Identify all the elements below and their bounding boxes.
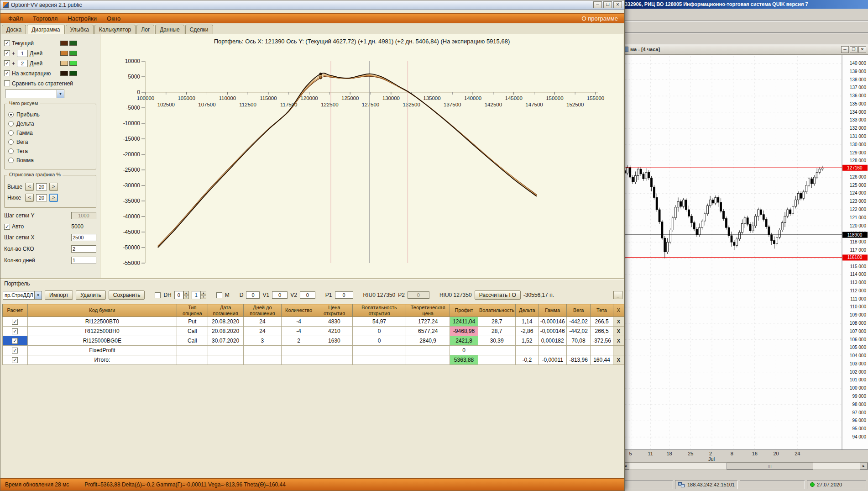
column-header[interactable]: Волатильность [478, 304, 516, 317]
below-value-field[interactable]: 20 [36, 194, 47, 201]
column-header[interactable]: Тип опциона [177, 304, 208, 317]
column-header[interactable]: X [613, 304, 624, 317]
calc-margin-button[interactable]: Рассчитать ГО [475, 290, 521, 300]
delete-button[interactable]: Удалить [76, 290, 106, 300]
restore-icon[interactable]: ❐ [850, 46, 858, 53]
save-button[interactable]: Сохранить [109, 290, 145, 300]
radio-button[interactable] [8, 121, 14, 127]
radio-button[interactable] [8, 139, 14, 145]
p1-field[interactable]: 0 [335, 291, 353, 299]
portfolio-combo[interactable]: пр.СтреДДЛ ▼ [3, 291, 42, 300]
series-checkbox[interactable]: ✓ [4, 70, 10, 76]
v1-field[interactable]: 0 [272, 291, 288, 299]
row-check-cell[interactable]: ✓ [3, 336, 28, 346]
tab-Улыбка[interactable]: Улыбка [66, 25, 94, 34]
column-header[interactable]: Дата погашения [208, 304, 243, 317]
row-checkbox[interactable]: ✓ [12, 338, 18, 344]
collapse-button[interactable]: _ [613, 291, 622, 299]
m-checkbox[interactable] [216, 292, 222, 298]
column-header[interactable]: Волатильность открытия [352, 304, 406, 317]
strategy-combo[interactable]: ▼ [5, 90, 64, 98]
series-toggle-3: ✓На экспирацию [4, 69, 97, 77]
tab-Лог[interactable]: Лог [136, 25, 154, 34]
grid-y-field[interactable]: 1000 [71, 212, 96, 219]
row-checkbox[interactable]: ✓ [12, 357, 18, 363]
p2-field[interactable]: 0 [408, 291, 429, 299]
row-checkbox[interactable]: ✓ [12, 328, 18, 334]
remove-row-button[interactable]: X [613, 317, 624, 327]
maximize-icon[interactable]: ☐ [603, 1, 612, 8]
m-label: M [225, 292, 230, 298]
v2-field[interactable]: 0 [300, 291, 315, 299]
row-check-cell[interactable]: ✓ [3, 327, 28, 336]
sko-field[interactable]: 2 [71, 245, 96, 253]
chevron-down-icon[interactable]: ▼ [34, 291, 42, 299]
menu-settings[interactable]: Настройки [63, 15, 102, 22]
above-decrease-button[interactable]: < [25, 183, 34, 191]
auto-checkbox[interactable]: ✓ [4, 224, 10, 230]
tab-Сделки[interactable]: Сделки [185, 25, 213, 34]
tab-Данные[interactable]: Данные [155, 25, 184, 34]
below-increase-button[interactable]: > [49, 194, 58, 202]
titlebar[interactable]: OptionFVV версия 2.1 public ─ ☐ ✕ [0, 0, 624, 10]
menu-about[interactable]: О программе [581, 15, 622, 22]
column-header[interactable]: Цена открытия [316, 304, 353, 317]
close-icon[interactable]: ✕ [858, 46, 866, 53]
series-checkbox[interactable]: ✓ [4, 60, 10, 66]
series-checkbox[interactable]: ✓ [4, 50, 10, 56]
menu-window[interactable]: Окно [102, 15, 125, 22]
cell: FixedProfit [27, 346, 177, 355]
menu-trading[interactable]: Торговля [28, 15, 63, 22]
column-header[interactable]: Теоретическая цена [406, 304, 450, 317]
row-checkbox[interactable]: ✓ [12, 348, 18, 354]
d-field[interactable]: 0 [246, 291, 260, 299]
column-header[interactable]: Тета [591, 304, 613, 317]
column-header[interactable]: Код бумаги [27, 304, 177, 317]
tab-Диаграмма[interactable]: Диаграмма [27, 25, 64, 34]
row-checkbox[interactable]: ✓ [12, 319, 18, 325]
column-header[interactable]: Количество [282, 304, 316, 317]
series-checkbox[interactable]: ✓ [4, 40, 10, 46]
remove-row-button[interactable]: X [613, 327, 624, 336]
horizontal-scrollbar[interactable]: ◄ ||| ► [621, 462, 868, 470]
radio-button[interactable] [8, 148, 14, 154]
dh-checkbox[interactable] [155, 292, 161, 298]
dh-spinner-2[interactable]: 1 ▲▼ [192, 291, 206, 299]
quik-chart-titlebar[interactable]: ма - [4 часа] ─ ❐ ✕ [621, 44, 868, 55]
column-header[interactable]: Дельта [516, 304, 539, 317]
days-offset-field[interactable]: 2 [17, 60, 28, 67]
chevron-down-icon[interactable]: ▼ [57, 90, 64, 98]
menu-file[interactable]: Файл [3, 15, 28, 22]
column-header[interactable]: Вега [567, 304, 591, 317]
radio-button[interactable] [8, 112, 14, 117]
tab-Калькулятор[interactable]: Калькулятор [94, 25, 136, 34]
tab-Доска[interactable]: Доска [2, 25, 26, 34]
below-decrease-button[interactable]: < [25, 194, 34, 202]
column-header[interactable]: Гамма [539, 304, 567, 317]
remove-row-button[interactable]: X [613, 336, 624, 346]
row-check-cell[interactable]: ✓ [3, 317, 28, 327]
minimize-icon[interactable]: ─ [841, 46, 849, 53]
column-header[interactable]: Профит [450, 304, 478, 317]
compare-checkbox[interactable] [4, 80, 10, 86]
dh-spinner-1[interactable]: 0 ▲▼ [174, 291, 189, 299]
grid-x-field[interactable]: 2500 [71, 234, 96, 241]
scroll-right-icon[interactable]: ► [860, 463, 868, 470]
quik-titlebar[interactable]: 332906, РИЦ ВО 128005 Информационно-торг… [621, 0, 868, 9]
above-value-field[interactable]: 20 [36, 183, 47, 190]
days-offset-field[interactable]: 1 [17, 50, 28, 57]
splitter[interactable] [0, 278, 624, 280]
import-button[interactable]: Импорт [45, 290, 73, 300]
column-header[interactable]: Дней до погашения [243, 304, 282, 317]
remove-row-button[interactable]: X [613, 355, 624, 365]
column-header[interactable]: Расчет [3, 304, 28, 317]
row-check-cell[interactable]: ✓ [3, 346, 28, 355]
close-icon[interactable]: ✕ [613, 1, 622, 8]
above-increase-button[interactable]: > [49, 183, 58, 191]
minimize-icon[interactable]: ─ [593, 1, 602, 8]
row-check-cell[interactable]: ✓ [3, 355, 28, 365]
days-count-field[interactable]: 1 [71, 257, 96, 264]
radio-button[interactable] [8, 130, 14, 136]
radio-button[interactable] [8, 158, 14, 163]
scrollbar-thumb[interactable]: ||| [727, 463, 813, 470]
